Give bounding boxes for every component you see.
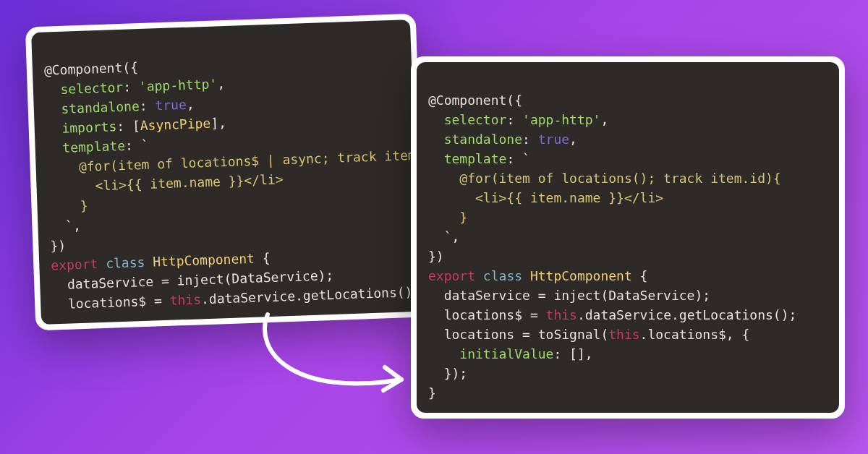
code-line: } <box>428 385 436 401</box>
code-line: <li>{{ item.name }}</li> <box>48 171 284 194</box>
code-token: selector <box>45 80 124 98</box>
code-line: }); <box>428 366 467 381</box>
code-token: true <box>155 97 187 113</box>
code-token: imports <box>46 119 116 136</box>
code-token: locations$ = <box>52 293 170 312</box>
code-token: ], <box>210 115 226 131</box>
code-block-after: @Component({ selector: 'app-http', stand… <box>417 62 839 413</box>
code-token: : <box>123 79 139 95</box>
code-line: @Component({ <box>428 93 522 108</box>
arrow-icon <box>242 311 430 419</box>
code-token: this <box>608 327 639 342</box>
code-line: } <box>428 210 467 225</box>
code-token: : <box>139 98 155 113</box>
code-token: HttpComponent <box>153 251 255 270</box>
code-line: } <box>48 198 88 215</box>
code-token: class <box>98 254 153 272</box>
code-line: }) <box>50 238 66 254</box>
code-token: template <box>428 151 506 166</box>
code-token: standalone <box>428 132 522 147</box>
code-token: .dataService.getLocations(); <box>201 284 420 307</box>
code-token: , <box>600 112 608 127</box>
code-token: selector <box>428 112 506 127</box>
code-token: this <box>169 291 201 308</box>
code-token: { <box>632 268 648 283</box>
code-token: export <box>51 256 98 273</box>
code-token: .dataService.getLocations(); <box>577 307 796 322</box>
code-token: 'app-http' <box>138 76 217 94</box>
code-token: .locations$, { <box>640 327 750 342</box>
code-token: this <box>546 307 577 322</box>
code-line: <li>{{ item.name }}</li> <box>428 190 663 205</box>
code-token: class <box>475 268 530 283</box>
code-token: locations$ = <box>428 307 546 322</box>
code-token: HttpComponent <box>530 268 632 283</box>
code-token: : <box>522 132 538 147</box>
code-token: , <box>186 96 195 111</box>
code-card-before: @Component({ selector: 'app-http', stand… <box>25 14 426 331</box>
code-block-before: @Component({ selector: 'app-http', stand… <box>31 20 420 325</box>
code-line: `, <box>428 229 459 244</box>
code-token: AsyncPipe <box>140 116 210 133</box>
code-token: locations = toSignal( <box>428 327 608 342</box>
code-token: : ` <box>125 137 149 153</box>
code-token: : [ <box>116 118 140 134</box>
code-token: 'app-http' <box>522 112 600 127</box>
code-line: @Component({ <box>44 59 139 78</box>
code-line: `, <box>49 218 81 234</box>
code-token: : ` <box>506 151 530 166</box>
code-token: export <box>428 268 475 283</box>
code-token: template <box>46 138 125 156</box>
code-token: true <box>538 132 569 147</box>
code-token: : <box>506 112 522 127</box>
code-card-after: @Component({ selector: 'app-http', stand… <box>411 56 845 419</box>
code-token: { <box>255 250 271 266</box>
code-line: }) <box>428 249 444 264</box>
code-token: initialValue <box>428 346 553 361</box>
code-token: : [], <box>553 346 592 361</box>
code-line: dataService = inject(DataService); <box>428 288 710 303</box>
code-line: @for(item of locations(); track item.id)… <box>428 171 781 186</box>
code-token: standalone <box>45 98 140 117</box>
code-token: , <box>217 76 226 91</box>
code-token: , <box>569 132 577 147</box>
